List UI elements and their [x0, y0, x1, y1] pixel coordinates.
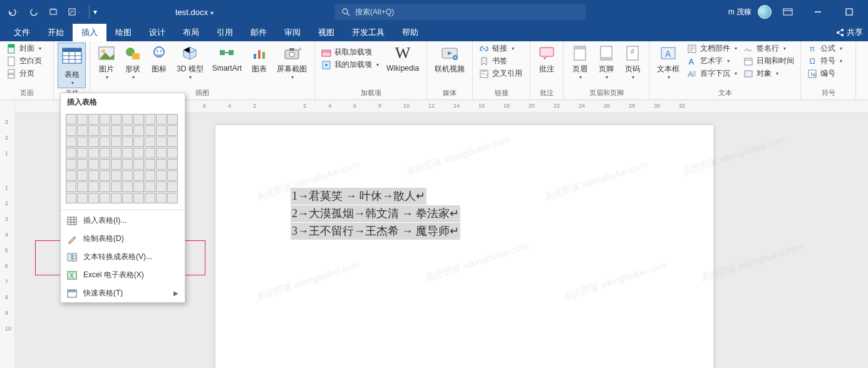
- pagenum-button[interactable]: #页码▾: [620, 43, 645, 82]
- bookmark-button[interactable]: 书签: [477, 55, 525, 67]
- tab-mailings[interactable]: 邮件: [242, 24, 276, 41]
- grid-cell[interactable]: [77, 136, 88, 147]
- ribbon-options-button[interactable]: [775, 0, 800, 24]
- crossref-button[interactable]: 交叉引用: [477, 68, 525, 79]
- grid-cell[interactable]: [111, 136, 121, 147]
- grid-cell[interactable]: [122, 193, 133, 203]
- tab-view[interactable]: 视图: [309, 24, 343, 41]
- grid-cell[interactable]: [100, 125, 110, 136]
- equation-button[interactable]: π公式▾: [805, 43, 845, 54]
- my-addins-button[interactable]: 我的加载项▾: [319, 59, 381, 71]
- grid-cell[interactable]: [77, 125, 88, 136]
- grid-cell[interactable]: [100, 148, 110, 158]
- grid-cell[interactable]: [133, 181, 144, 192]
- page-break-button[interactable]: 分页: [4, 68, 44, 79]
- grid-cell[interactable]: [167, 170, 178, 181]
- grid-cell[interactable]: [66, 114, 76, 125]
- grid-cell[interactable]: [77, 148, 88, 158]
- grid-cell[interactable]: [77, 170, 88, 181]
- grid-cell[interactable]: [122, 181, 133, 192]
- grid-cell[interactable]: [156, 170, 167, 181]
- wordart-button[interactable]: A艺术字▾: [685, 55, 740, 67]
- grid-cell[interactable]: [122, 114, 133, 125]
- grid-cell[interactable]: [167, 159, 178, 170]
- grid-cell[interactable]: [88, 148, 99, 158]
- tab-review[interactable]: 审阅: [276, 24, 309, 41]
- convert-text-item[interactable]: 文本转换成表格(V)...: [61, 248, 185, 266]
- grid-cell[interactable]: [156, 181, 167, 192]
- grid-cell[interactable]: [111, 170, 121, 181]
- grid-cell[interactable]: [100, 159, 110, 170]
- icons-button[interactable]: 图标: [147, 43, 172, 76]
- undo-button[interactable]: ▾: [4, 5, 24, 19]
- grid-cell[interactable]: [156, 148, 167, 158]
- grid-cell[interactable]: [77, 181, 88, 192]
- tab-help[interactable]: 帮助: [393, 24, 427, 41]
- grid-cell[interactable]: [122, 159, 133, 170]
- grid-cell[interactable]: [111, 193, 121, 203]
- grid-cell[interactable]: [145, 136, 155, 147]
- grid-cell[interactable]: [88, 181, 99, 192]
- maximize-button[interactable]: [835, 0, 863, 24]
- tab-layout[interactable]: 布局: [174, 24, 208, 41]
- get-addins-button[interactable]: 获取加载项: [319, 46, 381, 58]
- tab-references[interactable]: 引用: [208, 24, 242, 41]
- grid-cell[interactable]: [77, 193, 88, 203]
- vertical-ruler[interactable]: 3 2 1 1 2 3 4 5 6 7 8 9 10: [0, 100, 15, 368]
- grid-cell[interactable]: [133, 136, 144, 147]
- grid-cell[interactable]: [111, 181, 121, 192]
- grid-cell[interactable]: [167, 125, 178, 136]
- search-box[interactable]: 搜索(Alt+Q): [335, 4, 586, 20]
- excel-table-item[interactable]: XExcel 电子表格(X): [61, 266, 185, 284]
- grid-cell[interactable]: [122, 136, 133, 147]
- blank-page-button[interactable]: 空白页: [4, 55, 44, 67]
- tab-design[interactable]: 设计: [140, 24, 174, 41]
- grid-cell[interactable]: [66, 181, 76, 192]
- grid-cell[interactable]: [88, 136, 99, 147]
- grid-cell[interactable]: [100, 170, 110, 181]
- grid-cell[interactable]: [111, 125, 121, 136]
- grid-cell[interactable]: [66, 159, 76, 170]
- grid-cell[interactable]: [66, 136, 76, 147]
- grid-cell[interactable]: [167, 193, 178, 203]
- grid-cell[interactable]: [145, 114, 155, 125]
- shapes-button[interactable]: 形状▾: [120, 43, 145, 82]
- dropcap-button[interactable]: A首字下沉▾: [685, 68, 740, 79]
- doc-line-3[interactable]: 3→王不留行→王杰希 → 魔导师↵: [291, 223, 460, 240]
- grid-cell[interactable]: [156, 193, 167, 203]
- page[interactable]: 1→君莫笑 → 叶休→散人↵ 2→大漠孤烟→韩文清 → 拳法家↵ 3→王不留行→…: [215, 125, 713, 368]
- smartart-button[interactable]: SmartArt: [209, 43, 245, 74]
- grid-cell[interactable]: [100, 136, 110, 147]
- textbox-button[interactable]: A文本框▾: [653, 43, 683, 82]
- grid-cell[interactable]: [122, 148, 133, 158]
- footer-button[interactable]: 页脚▾: [594, 43, 619, 82]
- grid-cell[interactable]: [100, 114, 110, 125]
- minimize-button[interactable]: [804, 0, 832, 24]
- grid-cell[interactable]: [77, 159, 88, 170]
- grid-cell[interactable]: [145, 159, 155, 170]
- grid-cell[interactable]: [111, 114, 121, 125]
- qa-btn-3[interactable]: [45, 5, 61, 19]
- account-name[interactable]: m 茂稼: [728, 7, 754, 18]
- link-button[interactable]: 链接▾: [477, 43, 525, 54]
- grid-cell[interactable]: [133, 114, 144, 125]
- grid-cell[interactable]: [66, 170, 76, 181]
- grid-cell[interactable]: [111, 148, 121, 158]
- doc-line-2[interactable]: 2→大漠孤烟→韩文清 → 拳法家↵: [291, 205, 460, 222]
- object-button[interactable]: 对象▾: [741, 68, 797, 79]
- tab-developer[interactable]: 开发工具: [343, 24, 393, 41]
- header-button[interactable]: 页眉▾: [567, 43, 592, 82]
- grid-cell[interactable]: [167, 181, 178, 192]
- tab-file[interactable]: 文件: [5, 24, 39, 41]
- doc-line-1[interactable]: 1→君莫笑 → 叶休→散人↵: [291, 188, 426, 205]
- tab-insert[interactable]: 插入: [73, 24, 106, 41]
- qa-btn-4[interactable]: ▾: [64, 5, 84, 19]
- datetime-button[interactable]: 日期和时间: [741, 55, 797, 67]
- grid-cell[interactable]: [133, 125, 144, 136]
- number-button[interactable]: №编号: [805, 68, 845, 79]
- quickparts-button[interactable]: 文档部件▾: [685, 43, 740, 54]
- table-button[interactable]: 表格▾: [58, 43, 86, 88]
- grid-cell[interactable]: [88, 193, 99, 203]
- table-grid-selector[interactable]: [61, 111, 185, 208]
- grid-cell[interactable]: [145, 170, 155, 181]
